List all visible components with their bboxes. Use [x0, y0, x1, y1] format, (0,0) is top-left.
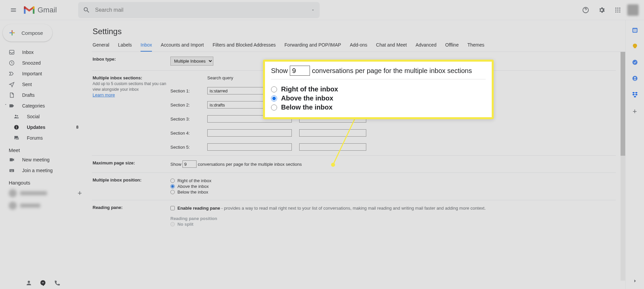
callout-pos-right[interactable]	[271, 86, 277, 92]
section5-query[interactable]	[207, 143, 292, 151]
dropbox-app[interactable]	[632, 91, 638, 98]
learn-more-link[interactable]: Learn more	[93, 92, 115, 97]
svg-point-6	[619, 9, 620, 10]
setting-label: Inbox type:	[93, 57, 170, 66]
svg-rect-18	[10, 170, 11, 171]
side-panel: 31 +	[625, 20, 644, 289]
setting-max-page: Maximum page size: Show conversations pe…	[92, 156, 616, 173]
meet-join[interactable]: Join a meeting	[0, 165, 86, 176]
compose-label: Compose	[21, 30, 43, 36]
hangouts-contact[interactable]	[0, 200, 86, 212]
svg-point-3	[619, 7, 620, 8]
svg-point-1	[615, 7, 616, 8]
nav-categories[interactable]: Categories	[0, 100, 86, 111]
nav-forums[interactable]: Forums	[0, 133, 86, 143]
contacts-app[interactable]	[632, 75, 638, 82]
callout-page-size[interactable]	[290, 66, 310, 76]
pos-above[interactable]	[170, 184, 175, 189]
nav-important[interactable]: Important	[0, 68, 86, 79]
nav-social[interactable]: Social	[0, 111, 86, 122]
apps-grid-icon	[614, 7, 621, 13]
hangouts-user[interactable]: +	[0, 187, 86, 200]
keyboard-icon	[9, 167, 15, 173]
svg-point-16	[16, 126, 17, 127]
collapse-panel[interactable]	[632, 278, 638, 284]
video-icon	[9, 157, 15, 163]
header-actions	[579, 3, 639, 17]
nav-sent[interactable]: Sent	[0, 79, 86, 90]
search-options-icon[interactable]	[311, 8, 315, 12]
svg-rect-19	[11, 170, 12, 171]
gmail-logo[interactable]: Gmail	[23, 5, 57, 15]
scrollbar[interactable]	[621, 52, 625, 281]
callout-pos-below[interactable]	[271, 104, 277, 111]
tab-themes[interactable]: Themes	[467, 42, 484, 52]
svg-point-26	[632, 60, 637, 65]
apps-button[interactable]	[611, 3, 625, 17]
phone-tab[interactable]	[54, 280, 60, 286]
section4-name[interactable]	[299, 129, 366, 137]
no-split-radio	[170, 222, 175, 226]
row-label: Section 5:	[170, 145, 200, 150]
account-avatar[interactable]	[627, 4, 639, 16]
svg-point-9	[619, 11, 620, 12]
enable-reading-pane[interactable]	[170, 206, 175, 210]
hangouts-add[interactable]: +	[77, 189, 82, 198]
search-input[interactable]	[95, 7, 311, 13]
chevron-tag-icon	[4, 103, 15, 109]
section5-name[interactable]	[299, 143, 366, 151]
setting-label: Multiple inbox sections: Add up to 5 cus…	[93, 75, 170, 151]
pos-right[interactable]	[170, 178, 175, 183]
tab-general[interactable]: General	[93, 42, 109, 52]
setting-position: Multiple inbox position: Right of the in…	[92, 173, 616, 200]
svg-point-12	[15, 115, 17, 117]
main-menu-button[interactable]	[5, 2, 21, 18]
contacts-tab[interactable]	[25, 280, 32, 286]
keep-app[interactable]	[632, 43, 638, 50]
nav-snoozed[interactable]: Snoozed	[0, 58, 86, 68]
row-label: Section 3:	[170, 117, 200, 122]
nav-label: Inbox	[22, 50, 34, 55]
meet-new[interactable]: New meeting	[0, 154, 86, 165]
inbox-type-select[interactable]: Multiple Inboxes	[170, 57, 213, 66]
instruction-callout: Show conversations per page for the mult…	[263, 60, 494, 119]
tab-offline[interactable]: Offline	[445, 42, 459, 52]
settings-button[interactable]	[595, 3, 608, 17]
get-addons[interactable]: +	[632, 107, 638, 114]
svg-point-2	[617, 7, 618, 8]
tasks-app[interactable]	[632, 59, 638, 66]
nav-inbox[interactable]: Inbox	[0, 47, 86, 58]
sent-icon	[9, 81, 15, 87]
help-icon	[582, 6, 589, 14]
tab-forwarding[interactable]: Forwarding and POP/IMAP	[284, 42, 341, 52]
page-size-input[interactable]	[182, 160, 197, 168]
svg-point-8	[617, 11, 618, 12]
settings-tabs: General Labels Inbox Accounts and Import…	[92, 42, 625, 52]
tab-advanced[interactable]: Advanced	[416, 42, 436, 52]
row-label: Section 2:	[170, 102, 200, 107]
callout-pos-above[interactable]	[271, 95, 277, 101]
sidebar-footer	[0, 277, 86, 289]
inbox-icon	[9, 49, 15, 55]
svg-point-5	[617, 9, 618, 10]
search-bar[interactable]	[78, 2, 320, 18]
sidebar: Compose Inbox Snoozed Important Sent Dra…	[0, 20, 86, 289]
section4-query[interactable]	[207, 129, 292, 137]
help-button[interactable]	[579, 3, 592, 17]
tab-addons[interactable]: Add-ons	[350, 42, 367, 52]
hangouts-tab[interactable]	[40, 280, 46, 286]
tab-inbox[interactable]: Inbox	[141, 42, 152, 52]
calendar-app[interactable]: 31	[632, 27, 638, 33]
tab-filters[interactable]: Filters and Blocked Addresses	[213, 42, 276, 52]
svg-point-28	[634, 77, 636, 79]
svg-point-4	[615, 9, 616, 10]
pos-below[interactable]	[170, 190, 175, 194]
tab-labels[interactable]: Labels	[118, 42, 132, 52]
compose-button[interactable]: Compose	[3, 24, 52, 42]
tab-accounts[interactable]: Accounts and Import	[161, 42, 204, 52]
nav-drafts[interactable]: Drafts	[0, 90, 86, 100]
nav-updates[interactable]: Updates8	[0, 122, 86, 133]
setting-label: Reading pane:	[93, 205, 170, 227]
nav-label: Social	[27, 114, 40, 119]
tab-chat[interactable]: Chat and Meet	[376, 42, 407, 52]
